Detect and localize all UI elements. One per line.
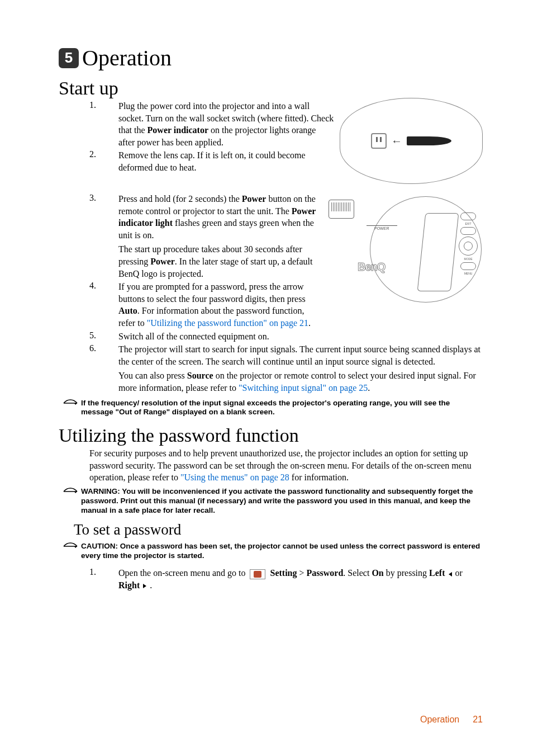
- note-text: WARNING: You will be inconvenienced if y…: [81, 487, 483, 516]
- password-intro: For security purposes and to help preven…: [89, 447, 483, 484]
- step-text: You can also press: [118, 371, 187, 380]
- triangle-right-icon: [143, 584, 146, 588]
- intro-text: for information.: [289, 472, 349, 482]
- password-menu-label: Password: [307, 568, 344, 578]
- note-text: CAUTION: Once a password has been set, t…: [81, 542, 483, 561]
- step-number: 3.: [89, 193, 96, 203]
- on-label: On: [372, 568, 383, 578]
- step-text: Switch all of the connected equipment on…: [118, 330, 483, 343]
- step-text: Press and hold (for 2 seconds) the: [118, 194, 242, 204]
- password-function-link[interactable]: "Utilizing the password function" on pag…: [147, 318, 308, 328]
- step-5: 5. Switch all of the connected equipment…: [89, 330, 483, 343]
- right-label: Right: [118, 580, 140, 590]
- step-text: .: [368, 383, 370, 393]
- chapter-number-badge: 5: [59, 48, 79, 68]
- step-1: 1. Plug the power cord into the projecto…: [89, 100, 483, 148]
- step-text: If you are prompted for a password, pres…: [118, 282, 306, 304]
- left-label: Left: [429, 568, 445, 578]
- step-number: 1.: [89, 567, 96, 577]
- step-number: 1.: [89, 100, 96, 110]
- page-footer: Operation21: [420, 715, 483, 725]
- source-label: Source: [187, 371, 213, 380]
- power-indicator-label: Power indicator: [147, 125, 208, 135]
- note-icon: [63, 542, 78, 550]
- power-label: Power: [242, 194, 266, 204]
- step-text: .: [147, 580, 152, 590]
- section-heading-startup: Start up: [59, 78, 483, 99]
- step-3: 3. Press and hold (for 2 seconds) the Po…: [89, 193, 483, 280]
- set-password-step-1: 1. Open the on-screen menu and go to Set…: [89, 567, 483, 591]
- note-text: If the frequency/ resolution of the inpu…: [81, 399, 483, 418]
- step-number: 6.: [89, 343, 96, 353]
- chapter-title: Operation: [82, 45, 172, 71]
- note-out-of-range: If the frequency/ resolution of the inpu…: [63, 399, 483, 418]
- note-caution: CAUTION: Once a password has been set, t…: [63, 542, 483, 561]
- step-text: . Select: [343, 568, 372, 578]
- step-number: 2.: [89, 149, 96, 159]
- auto-label: Auto: [118, 306, 137, 315]
- step-2: 2. Remove the lens cap. If it is left on…: [89, 149, 483, 173]
- setting-menu-label: Setting: [270, 568, 297, 578]
- using-menus-link[interactable]: "Using the menus" on page 28: [180, 472, 289, 482]
- step-4: 4. If you are prompted for a password, p…: [89, 281, 483, 329]
- footer-page-number: 21: [473, 715, 483, 724]
- step-text: .: [308, 318, 311, 328]
- triangle-left-icon: [449, 572, 452, 577]
- subsection-heading-set-password: To set a password: [74, 521, 483, 538]
- step-text: Open the on-screen menu and go to: [118, 568, 248, 578]
- chapter-heading: 5 Operation: [59, 45, 483, 71]
- switching-input-link[interactable]: "Switching input signal" on page 25: [239, 383, 368, 393]
- settings-menu-icon: [250, 569, 265, 579]
- menu-separator: >: [297, 568, 306, 578]
- note-warning: WARNING: You will be inconvenienced if y…: [63, 487, 483, 516]
- section-heading-password: Utilizing the password function: [59, 425, 483, 446]
- step-text: The projector will start to search for i…: [118, 343, 483, 367]
- step-number: 4.: [89, 281, 96, 291]
- note-icon: [63, 399, 78, 407]
- step-6: 6. The projector will start to search fo…: [89, 343, 483, 394]
- power-label: Power: [150, 257, 175, 266]
- step-text: Remove the lens cap. If it is left on, i…: [118, 149, 342, 173]
- note-icon: [63, 488, 78, 495]
- step-text: by pressing: [384, 568, 429, 578]
- or-text: or: [453, 568, 463, 578]
- step-number: 5.: [89, 330, 96, 341]
- footer-section-label: Operation: [420, 715, 459, 724]
